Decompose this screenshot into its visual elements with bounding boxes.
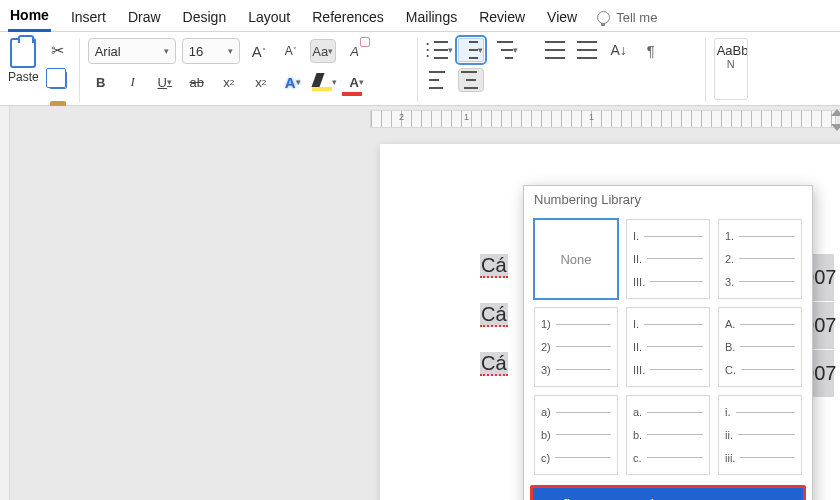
vertical-ruler bbox=[0, 106, 10, 500]
superscript-button[interactable]: x2 bbox=[248, 70, 274, 94]
numbering-option-upper-alpha-dot[interactable]: A. B. C. bbox=[718, 307, 802, 387]
tab-home[interactable]: Home bbox=[8, 3, 51, 32]
group-font: Arial ▾ 16 ▾ A˄ A˅ Aa▾ A B I U▾ ab x2 x2… bbox=[88, 38, 418, 102]
chevron-down-icon: ▾ bbox=[228, 46, 233, 56]
shrink-font-button[interactable]: A˅ bbox=[278, 39, 304, 63]
tab-mailings[interactable]: Mailings bbox=[404, 5, 459, 31]
tab-references[interactable]: References bbox=[310, 5, 386, 31]
change-case-label: Aa bbox=[312, 44, 328, 59]
numbering-library-dropdown: Numbering Library None I. II. III. 1. 2.… bbox=[523, 185, 813, 500]
bullets-icon bbox=[434, 41, 448, 59]
tab-view[interactable]: View bbox=[545, 5, 579, 31]
highlighter-icon bbox=[312, 73, 332, 91]
styles-gallery[interactable]: AaBb N bbox=[714, 38, 748, 100]
ribbon-tabs: Home Insert Draw Design Layout Reference… bbox=[0, 0, 840, 32]
style-preview-line2: N bbox=[717, 58, 745, 70]
numbering-button[interactable]: ▾ bbox=[458, 38, 484, 62]
increase-indent-button[interactable] bbox=[574, 38, 600, 62]
numbering-icon bbox=[469, 41, 478, 59]
define-new-number-format-highlight: Define New Number Format... bbox=[530, 485, 806, 500]
grow-font-button[interactable]: A˄ bbox=[246, 39, 272, 63]
align-left-button[interactable] bbox=[426, 68, 452, 92]
chevron-down-icon: ▾ bbox=[448, 45, 453, 55]
indent-marker[interactable] bbox=[831, 109, 840, 131]
none-label: None bbox=[560, 252, 591, 267]
font-size-combo[interactable]: 16 ▾ bbox=[182, 38, 240, 64]
lightbulb-icon bbox=[597, 11, 610, 24]
italic-button[interactable]: I bbox=[120, 70, 146, 94]
decrease-indent-button[interactable] bbox=[542, 38, 568, 62]
tab-insert[interactable]: Insert bbox=[69, 5, 108, 31]
sort-button[interactable]: A↓ bbox=[606, 38, 632, 62]
chevron-down-icon: ▾ bbox=[164, 46, 169, 56]
copy-icon bbox=[49, 71, 67, 89]
align-center-button[interactable] bbox=[458, 68, 484, 92]
font-color-button[interactable]: A▾ bbox=[344, 70, 370, 94]
multilevel-list-button[interactable]: ▾ bbox=[490, 38, 516, 62]
numbering-option-decimal-dot[interactable]: 1. 2. 3. bbox=[718, 219, 802, 299]
chevron-down-icon: ▾ bbox=[167, 77, 172, 87]
chevron-down-icon: ▾ bbox=[332, 77, 337, 87]
clipboard-icon bbox=[10, 38, 36, 68]
horizontal-ruler[interactable]: 2 1 1 bbox=[370, 110, 836, 128]
underline-button[interactable]: U▾ bbox=[152, 70, 178, 94]
clear-formatting-button[interactable]: A bbox=[342, 39, 368, 63]
paste-button[interactable]: Paste bbox=[8, 38, 39, 84]
show-marks-button[interactable]: ¶ bbox=[638, 38, 664, 62]
tab-design[interactable]: Design bbox=[181, 5, 229, 31]
chevron-down-icon: ▾ bbox=[296, 77, 301, 87]
group-paragraph: ▾ ▾ ▾ A↓ ¶ bbox=[426, 38, 706, 102]
numbering-option-none[interactable]: None bbox=[534, 219, 618, 299]
subscript-button[interactable]: x2 bbox=[216, 70, 242, 94]
tab-review[interactable]: Review bbox=[477, 5, 527, 31]
align-center-icon bbox=[461, 71, 481, 89]
group-clipboard: Paste ✂ bbox=[8, 38, 80, 102]
font-size-value: 16 bbox=[189, 44, 203, 59]
strikethrough-button[interactable]: ab bbox=[184, 70, 210, 94]
numbering-option-upper-roman-dot[interactable]: I. II. III. bbox=[626, 219, 710, 299]
align-left-icon bbox=[429, 71, 449, 89]
define-new-number-format-button[interactable]: Define New Number Format... bbox=[533, 488, 803, 500]
bold-button[interactable]: B bbox=[88, 70, 114, 94]
multilevel-icon bbox=[497, 41, 513, 59]
style-preview-line1: AaBb bbox=[717, 43, 745, 58]
tell-me-search[interactable]: Tell me bbox=[597, 10, 657, 25]
chevron-down-icon: ▾ bbox=[328, 46, 333, 56]
numbering-option-lower-roman-dot[interactable]: i. ii. iii. bbox=[718, 395, 802, 475]
chevron-down-icon: ▾ bbox=[359, 77, 364, 87]
font-name-combo[interactable]: Arial ▾ bbox=[88, 38, 176, 64]
font-name-value: Arial bbox=[95, 44, 121, 59]
chevron-down-icon: ▾ bbox=[513, 45, 518, 55]
paste-label: Paste bbox=[8, 70, 39, 84]
numbering-option-lower-alpha-dot[interactable]: a. b. c. bbox=[626, 395, 710, 475]
indent-icon bbox=[577, 41, 597, 59]
ribbon: Paste ✂ Arial ▾ 16 ▾ A˄ A˅ Aa▾ A bbox=[0, 32, 840, 106]
document-canvas: 2 1 1 Cá Cá Cá 2007 2007 2007 Numbering … bbox=[10, 106, 840, 500]
tell-me-label: Tell me bbox=[616, 10, 657, 25]
text-effects-button[interactable]: A▾ bbox=[280, 70, 306, 94]
outdent-icon bbox=[545, 41, 565, 59]
bullets-button[interactable]: ▾ bbox=[426, 38, 452, 62]
chevron-down-icon: ▾ bbox=[478, 45, 483, 55]
highlight-button[interactable]: ▾ bbox=[312, 70, 338, 94]
tab-draw[interactable]: Draw bbox=[126, 5, 163, 31]
numbering-option-upper-roman-dot-2[interactable]: I. II. III. bbox=[626, 307, 710, 387]
ruler-numbers: 2 1 1 bbox=[371, 112, 594, 122]
copy-button[interactable] bbox=[45, 68, 71, 92]
numbering-option-decimal-paren[interactable]: 1) 2) 3) bbox=[534, 307, 618, 387]
change-case-button[interactable]: Aa▾ bbox=[310, 39, 336, 63]
numbering-library-title: Numbering Library bbox=[524, 186, 812, 211]
numbering-grid: None I. II. III. 1. 2. 3. 1) 2) 3) bbox=[524, 211, 812, 479]
tab-layout[interactable]: Layout bbox=[246, 5, 292, 31]
workspace: 2 1 1 Cá Cá Cá 2007 2007 2007 Numbering … bbox=[0, 106, 840, 500]
cut-button[interactable]: ✂ bbox=[45, 38, 71, 62]
numbering-option-lower-alpha-paren[interactable]: a) b) c) bbox=[534, 395, 618, 475]
